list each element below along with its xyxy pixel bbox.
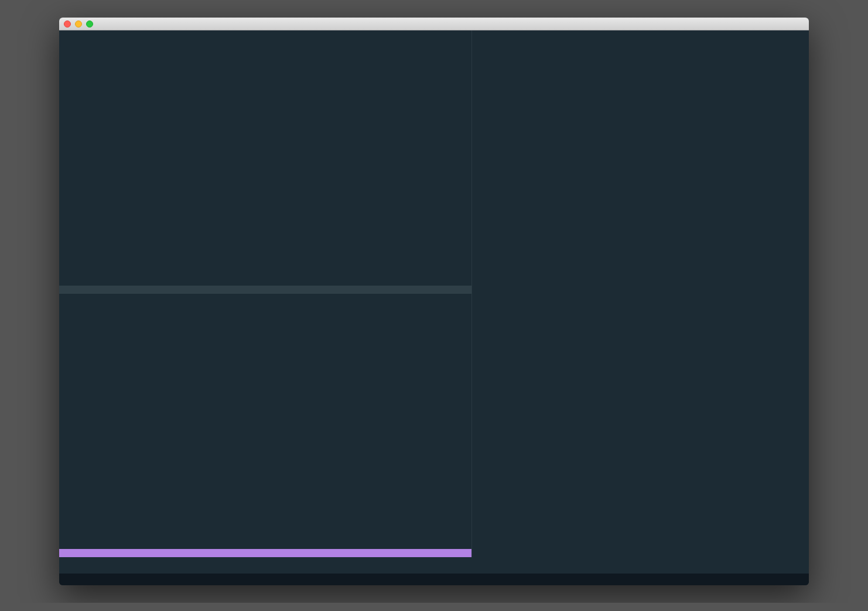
terminal-window	[59, 18, 809, 585]
right-split	[471, 30, 809, 557]
window-titlebar[interactable]	[59, 18, 809, 30]
minimize-icon[interactable]	[75, 20, 82, 28]
statusline-bottom	[59, 549, 471, 557]
close-icon[interactable]	[64, 20, 71, 28]
git-log-pane[interactable]	[472, 30, 809, 549]
zoom-icon[interactable]	[86, 20, 93, 28]
top-buffer[interactable]	[59, 30, 471, 286]
tmux-statusbar[interactable]	[59, 574, 809, 585]
statusline-top	[59, 286, 471, 294]
bottom-buffer[interactable]	[59, 294, 471, 549]
left-split	[59, 30, 471, 557]
command-prompt[interactable]	[472, 549, 809, 557]
